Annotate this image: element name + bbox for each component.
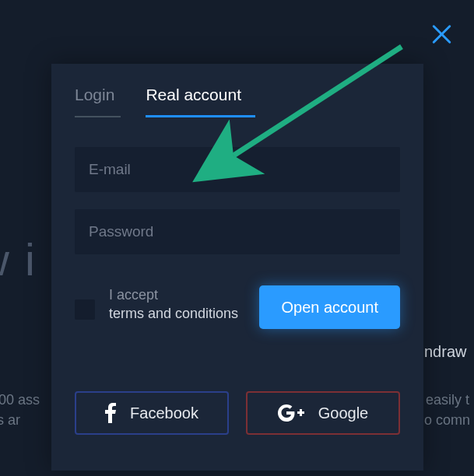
close-icon[interactable]: [430, 23, 452, 45]
signup-modal: Login Real account I accept terms and co…: [51, 64, 423, 471]
facebook-button[interactable]: Facebook: [75, 391, 229, 435]
google-plus-icon: [278, 404, 304, 422]
google-button[interactable]: Google: [246, 391, 400, 435]
terms-link[interactable]: terms and conditions: [109, 306, 238, 321]
terms-accept-label: I accept: [109, 287, 158, 303]
terms-checkbox[interactable]: [75, 299, 95, 320]
facebook-label: Facebook: [130, 404, 198, 422]
social-buttons: Facebook Google: [75, 391, 400, 435]
open-account-button[interactable]: Open account: [259, 285, 400, 329]
password-field[interactable]: [75, 209, 400, 254]
tab-login[interactable]: Login: [75, 86, 121, 117]
terms-text: I accept terms and conditions: [109, 285, 238, 324]
facebook-icon: [105, 403, 116, 423]
terms-row: I accept terms and conditions Open accou…: [75, 285, 400, 329]
tabs: Login Real account: [75, 86, 400, 117]
email-field[interactable]: [75, 147, 400, 192]
google-label: Google: [318, 404, 369, 422]
tab-real-account[interactable]: Real account: [146, 86, 255, 117]
